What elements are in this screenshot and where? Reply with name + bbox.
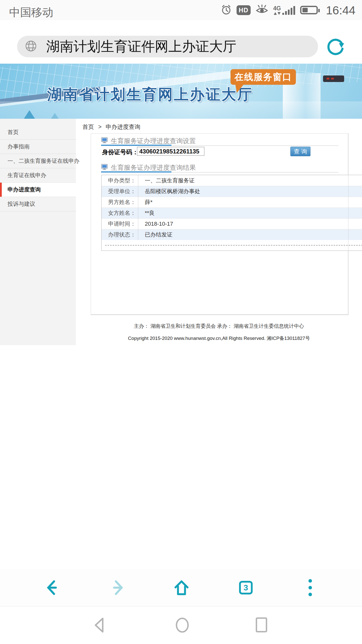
footer-copyright-line: Copyright 2015-2020 www.hunanwst.gov.cn,… bbox=[76, 335, 362, 342]
network-type-label: 4G bbox=[273, 6, 281, 11]
battery-icon bbox=[300, 6, 318, 14]
android-back-button[interactable] bbox=[91, 616, 109, 634]
signal-bars-icon bbox=[282, 6, 295, 15]
breadcrumb: 首页 > 申办进度查询 bbox=[82, 123, 140, 131]
page-title: 湖南计划生育证件网上办证大厅 bbox=[46, 37, 236, 56]
status-icons: HD 4G 16:44 bbox=[221, 0, 355, 20]
section-underline bbox=[101, 145, 338, 146]
query-button[interactable]: 查 询 bbox=[290, 147, 310, 156]
android-home-button[interactable] bbox=[173, 616, 191, 634]
eye-comfort-icon bbox=[256, 5, 268, 16]
browser-toolbar: 3 bbox=[0, 569, 362, 606]
site-banner: 湖南省计划生育网上办证大厅 在线服务窗口 bbox=[0, 64, 362, 119]
browser-tabs-button[interactable]: 3 bbox=[236, 578, 256, 598]
table-row: 申办类型： 一、二孩生育服务证 bbox=[102, 175, 362, 186]
upload-arrow-icon bbox=[274, 12, 277, 15]
query-card: 生育服务证办理进度查询设置 身份证号码： 查 询 生育服务证办理进度查询结果 申… bbox=[91, 133, 348, 315]
browser-url-row: 湖南计划生育证件网上办证大厅 bbox=[0, 20, 362, 64]
browser-back-button[interactable] bbox=[43, 578, 63, 598]
table-row: 申请时间： 2018-10-17 bbox=[102, 218, 362, 229]
sidebar-item-home[interactable]: 首页 bbox=[0, 125, 76, 140]
online-service-badge: 在线服务窗口 bbox=[231, 69, 296, 85]
table-row: 男方姓名： 薛* bbox=[102, 197, 362, 208]
table-dashed-separator bbox=[102, 240, 362, 251]
browser-menu-button[interactable] bbox=[300, 578, 320, 598]
tab-count-box: 3 bbox=[239, 581, 253, 594]
refresh-button[interactable] bbox=[325, 37, 345, 57]
tab-count: 3 bbox=[244, 583, 248, 592]
android-navigation-bar bbox=[0, 607, 362, 644]
globe-icon bbox=[25, 40, 37, 53]
query-settings-section-header: 生育服务证办理进度查询设置 bbox=[101, 137, 196, 145]
site-footer: 主办： 湖南省卫生和计划生育委员会 承办： 湖南省卫生计生委信息统计中心 Cop… bbox=[76, 323, 362, 342]
section-title: 生育服务证办理进度查询设置 bbox=[111, 137, 196, 145]
card-right-border bbox=[348, 133, 348, 315]
breadcrumb-current: 申办进度查询 bbox=[106, 124, 140, 130]
alarm-icon bbox=[221, 4, 232, 16]
footer-organizer-line: 主办： 湖南省卫生和计划生育委员会 承办： 湖南省卫生计生委信息统计中心 bbox=[76, 323, 362, 330]
banner-triangle-decoration bbox=[24, 110, 35, 119]
id-number-label: 身份证号码： bbox=[102, 148, 138, 156]
breadcrumb-home-link[interactable]: 首页 bbox=[82, 124, 94, 130]
kebab-menu-icon bbox=[308, 579, 312, 596]
section-title: 生育服务证办理进度查询结果 bbox=[111, 163, 196, 172]
browser-forward-button[interactable] bbox=[107, 578, 127, 598]
result-table: 申办类型： 一、二孩生育服务证 受理单位： 岳阳楼区枫桥湖办事处 男方姓名： 薛… bbox=[101, 175, 362, 251]
query-results-section-header: 生育服务证办理进度查询结果 bbox=[101, 163, 196, 172]
download-arrow-icon bbox=[278, 12, 281, 15]
signal-4g-icon: 4G bbox=[273, 6, 295, 15]
led-display-decoration bbox=[323, 75, 344, 82]
sidebar-item-progress-query[interactable]: 申办进度查询 bbox=[0, 183, 76, 197]
sidebar-item-birth-cert-apply[interactable]: 生育证在线申办 bbox=[0, 168, 76, 183]
sidebar-item-complaints[interactable]: 投诉与建议 bbox=[0, 197, 76, 211]
section-underline bbox=[101, 171, 338, 173]
computer-icon bbox=[101, 164, 108, 172]
sidebar-item-guide[interactable]: 办事指南 bbox=[0, 140, 76, 154]
sidebar-menu: 首页 办事指南 一、二孩生育服务证在线申办 生育证在线申办 申办进度查询 投诉与… bbox=[0, 119, 76, 211]
banner-title: 湖南省计划生育网上办证大厅 bbox=[47, 85, 253, 104]
badge-tail-decoration bbox=[235, 84, 244, 94]
table-row: 女方姓名： **良 bbox=[102, 208, 362, 218]
table-row: 受理单位： 岳阳楼区枫桥湖办事处 bbox=[102, 186, 362, 197]
breadcrumb-separator: > bbox=[98, 124, 101, 130]
computer-icon bbox=[101, 137, 108, 145]
sidebar-item-service-cert-apply[interactable]: 一、二孩生育服务证在线申办 bbox=[0, 154, 76, 168]
id-number-input[interactable] bbox=[137, 147, 204, 156]
clock-label: 16:44 bbox=[326, 3, 355, 17]
browser-home-button[interactable] bbox=[171, 578, 192, 598]
status-bar: 中国移动 HD 4G 16:44 bbox=[0, 0, 362, 20]
table-row: 办理状态： 已办结发证 bbox=[102, 229, 362, 240]
address-bar[interactable]: 湖南计划生育证件网上办证大厅 bbox=[17, 36, 318, 57]
banner-triangle-decoration bbox=[51, 113, 59, 119]
active-item-marker bbox=[0, 183, 2, 197]
sidebar: 首页 办事指南 一、二孩生育服务证在线申办 生育证在线申办 申办进度查询 投诉与… bbox=[0, 119, 76, 345]
hd-icon: HD bbox=[237, 5, 251, 15]
carrier-label: 中国移动 bbox=[9, 5, 53, 20]
android-recents-button[interactable] bbox=[252, 616, 270, 634]
